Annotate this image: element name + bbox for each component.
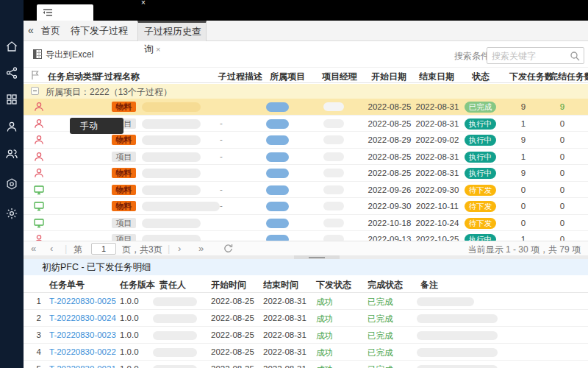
export-excel-button[interactable]: 导出到Excel — [33, 46, 93, 63]
start-date: 2022-08-25 — [366, 169, 413, 177]
col-task-no[interactable]: 任务单号 — [49, 279, 85, 291]
issue-status: 成功 — [316, 297, 333, 308]
task-no-link[interactable]: T-20220830-0022 — [49, 347, 116, 356]
manual-person-icon — [34, 102, 44, 112]
search-icon[interactable] — [570, 51, 580, 61]
home-icon[interactable] — [5, 40, 18, 53]
tab-close-icon[interactable]: × — [156, 45, 160, 54]
launch-type-icon — [34, 135, 44, 145]
row-index: 5 — [29, 364, 41, 368]
collapse-group-icon[interactable] — [31, 87, 39, 95]
table-row[interactable]: 项目 2022-10-18 2022-10-24 待下发 0 0 — [24, 215, 588, 232]
remark-redacted — [417, 331, 498, 340]
apps-grid-icon[interactable] — [5, 93, 18, 106]
issued-count: 9 — [509, 135, 538, 144]
task-no-link[interactable]: T-20220830-0024 — [49, 314, 116, 322]
subprocess-name-redacted — [142, 202, 220, 211]
search-input[interactable] — [492, 49, 569, 63]
detail-row[interactable]: 5 T-20220830-0021 1.0.0 2022-08-25 2022-… — [24, 361, 588, 368]
col-end-date[interactable]: 结束日期 — [419, 71, 454, 83]
detail-row[interactable]: 2 T-20220830-0024 1.0.0 2022-08-25 2022-… — [24, 310, 588, 327]
owner-redacted — [153, 314, 197, 323]
task-no-link[interactable]: T-20220830-0025 — [49, 297, 116, 305]
prev-page-button[interactable]: ‹ — [50, 243, 53, 254]
detail-row[interactable]: 1 T-20220830-0025 1.0.0 2022-08-25 2022-… — [24, 293, 588, 310]
table-row[interactable]: 项目 - 2022-08-25 2022-08-31 执行中 1 0 — [24, 149, 588, 166]
col-finished-count[interactable]: 完结任务数 — [549, 71, 588, 83]
end-date: 2022-08-31 — [414, 152, 461, 161]
col-project-manager[interactable]: 项目经理 — [322, 71, 357, 83]
owner-redacted — [153, 348, 197, 357]
col-remark[interactable]: 备注 — [420, 279, 438, 291]
finished-count: 0 — [548, 202, 577, 210]
task-no-link[interactable]: T-20220830-0021 — [49, 364, 116, 368]
tab-pending-subprocess[interactable]: 待下发子过程 — [71, 21, 128, 41]
user-icon[interactable] — [5, 120, 18, 133]
group-row[interactable]: 所属项目：2222（13个子过程） — [24, 84, 588, 99]
start-time: 2022-08-25 — [211, 364, 254, 368]
auto-monitor-icon — [34, 218, 44, 228]
refresh-icon[interactable] — [223, 244, 233, 255]
status-badge: 执行中 — [465, 135, 496, 146]
col-complete-status[interactable]: 完成状态 — [368, 279, 403, 291]
subprocess-name-redacted — [142, 169, 201, 178]
first-page-button[interactable]: « — [31, 243, 36, 254]
finished-count: 9 — [548, 102, 577, 111]
start-time: 2022-08-25 — [211, 297, 254, 305]
hexagon-settings-icon[interactable] — [5, 177, 18, 191]
next-page-button[interactable]: › — [178, 243, 181, 254]
col-subprocess-desc[interactable]: 子过程描述 — [218, 71, 262, 83]
table-row[interactable]: 物料 2022-08-25 2022-08-31 执行中 9 0 — [24, 165, 588, 182]
tab-home[interactable]: 首页 — [41, 21, 60, 41]
col-subprocess-name[interactable]: 子过程名称 — [96, 71, 140, 83]
page-number-input[interactable] — [91, 243, 116, 255]
window-tab[interactable] — [37, 4, 93, 21]
sidebar — [0, 0, 24, 368]
task-version: 1.0.0 — [120, 330, 139, 339]
issued-count: 1 — [509, 152, 538, 161]
status-badge: 已完成 — [465, 102, 496, 113]
manual-person-icon — [34, 152, 44, 162]
col-launch-type[interactable]: 任务启动类型 — [48, 71, 101, 83]
detail-row[interactable]: 3 T-20220830-0023 1.0.0 2022-08-25 2022-… — [24, 327, 588, 344]
col-task-version[interactable]: 任务版本 — [120, 279, 155, 291]
col-owner[interactable]: 责任人 — [159, 279, 186, 291]
col-start-date[interactable]: 开始日期 — [371, 71, 406, 83]
end-date: 2022-10-24 — [414, 219, 461, 227]
table-row[interactable]: 物料 - 2022-09-26 2022-09-30 待下发 0 0 — [24, 182, 588, 199]
last-page-button[interactable]: » — [198, 243, 204, 254]
col-end-time[interactable]: 结束时间 — [263, 279, 298, 291]
table-row[interactable]: 物料 - 2022-09-30 2022-10-11 待下发 0 0 — [24, 198, 588, 215]
window-close-icon[interactable]: × — [141, 0, 146, 7]
tab-subprocess-history[interactable]: 子过程历史查询× — [137, 21, 207, 41]
col-issue-status[interactable]: 下发状态 — [316, 279, 351, 291]
launch-type-icon — [34, 102, 44, 112]
detail-panel-title: 初纺PFC - 已下发任务明细 — [24, 259, 588, 275]
project-redacted — [266, 135, 289, 145]
splitter-grip-icon[interactable] — [294, 255, 340, 259]
complete-status: 已完成 — [368, 314, 393, 325]
col-project[interactable]: 所属项目 — [270, 71, 305, 83]
complete-status: 已完成 — [368, 347, 393, 358]
project-redacted — [266, 185, 289, 195]
issue-status: 成功 — [316, 364, 333, 368]
gear-icon[interactable] — [5, 207, 18, 220]
end-time: 2022-08-31 — [263, 314, 306, 322]
issued-count: 0 — [509, 185, 538, 194]
task-no-link[interactable]: T-20220830-0023 — [49, 330, 116, 339]
panel-splitter[interactable] — [24, 255, 588, 259]
table-row[interactable]: 物料 - 2022-08-29 2022-09-02 执行中 9 0 — [24, 132, 588, 149]
users-icon[interactable] — [5, 147, 18, 160]
tabs-scroll-left-icon[interactable]: « — [28, 24, 34, 36]
table-row[interactable]: 物料 2022-08-25 2022-08-31 已完成 9 9 — [24, 99, 588, 116]
share-icon[interactable] — [5, 66, 18, 79]
start-date: 2022-09-30 — [366, 202, 413, 210]
detail-row[interactable]: 4 T-20220830-0022 1.0.0 2022-08-25 2022-… — [24, 344, 588, 361]
subprocess-name-redacted — [142, 102, 201, 112]
col-issued-count[interactable]: 下发任务数 — [509, 71, 553, 83]
task-version: 1.0.0 — [120, 347, 139, 356]
manager-redacted — [323, 202, 344, 210]
subprocess-desc: - — [217, 201, 226, 210]
col-status[interactable]: 状态 — [472, 71, 490, 83]
col-start-time[interactable]: 开始时间 — [211, 279, 246, 291]
